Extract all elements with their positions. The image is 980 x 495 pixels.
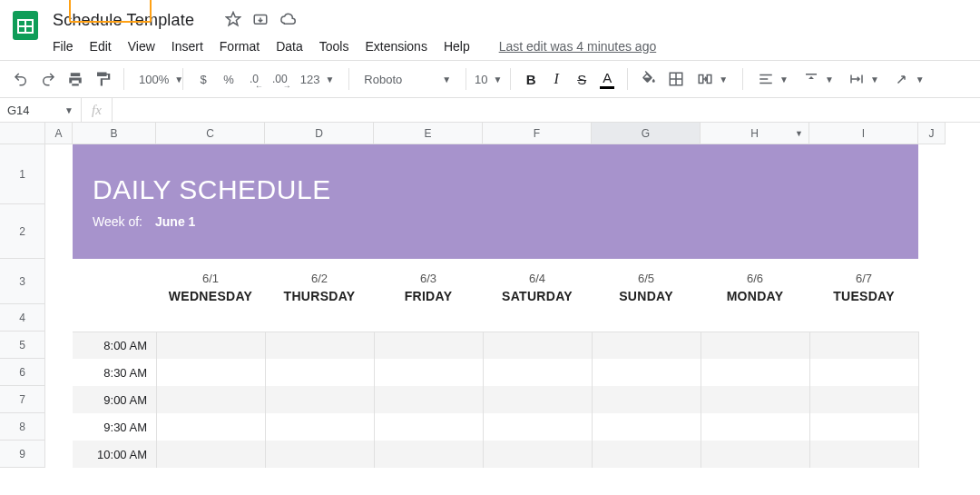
vertical-align-dropdown[interactable]: ▼ [798,67,839,91]
print-button[interactable] [64,67,87,91]
strikethrough-button[interactable]: S [571,67,593,91]
banner-title: DAILY SCHEDULE [93,174,898,205]
formula-input[interactable] [113,98,980,122]
currency-button[interactable]: $ [192,67,214,91]
borders-button[interactable] [664,67,688,91]
day-header: 6/4SATURDAY [483,272,592,303]
cloud-icon[interactable] [279,11,296,30]
row-header-6[interactable]: 6 [0,359,45,386]
time-label: 10:00 AM [73,441,156,468]
column-header-E[interactable]: E [374,123,483,144]
row-header-5[interactable]: 5 [0,332,45,359]
increase-decimal-button[interactable]: .00→ [269,67,291,91]
day-header: 6/5SUNDAY [592,272,701,303]
doc-title[interactable]: Schedule Template [53,11,194,30]
day-name: THURSDAY [284,289,356,303]
day-header: 6/6MONDAY [701,272,809,303]
menu-insert[interactable]: Insert [172,39,203,54]
column-header-C[interactable]: C [156,123,265,144]
column-header-D[interactable]: D [265,123,374,144]
menu-help[interactable]: Help [444,39,470,54]
row-header-1[interactable]: 1 [0,144,45,204]
row-shade [73,332,918,359]
day-header: 6/2THURSDAY [265,272,374,303]
menu-file[interactable]: File [53,39,74,54]
svg-rect-9 [699,75,703,84]
number-format-dropdown[interactable]: 123▼ [295,67,340,91]
day-header: 6/1WEDNESDAY [156,272,265,303]
app-header: Schedule Template File Edit View Insert … [0,0,980,58]
row-header-3[interactable]: 3 [0,259,45,304]
day-date: 6/4 [529,272,545,285]
row-header-2[interactable]: 2 [0,204,45,259]
redo-button[interactable] [36,67,60,91]
day-name: WEDNESDAY [169,289,252,303]
select-all-corner[interactable] [0,123,45,144]
text-color-button[interactable]: A [596,67,618,91]
row-header-4[interactable]: 4 [0,304,45,332]
day-name: TUESDAY [833,289,895,303]
fx-label: fx [82,98,113,122]
menu-data[interactable]: Data [276,39,303,54]
time-label: 8:30 AM [73,359,156,386]
banner-weekof: Week of:June 1 [93,214,898,229]
bold-button[interactable]: B [520,67,542,91]
menu-tools[interactable]: Tools [319,39,349,54]
merge-cells-dropdown[interactable]: ▼ [691,67,733,91]
time-label: 8:00 AM [73,332,156,359]
day-date: 6/1 [202,272,219,285]
row-header-8[interactable]: 8 [0,413,45,441]
time-label: 9:30 AM [73,413,156,441]
row-shade [73,441,918,468]
day-date: 6/2 [311,272,328,285]
font-dropdown[interactable]: Roboto▼ [358,67,456,91]
decrease-decimal-button[interactable]: .0← [243,67,265,91]
move-icon[interactable] [252,11,269,30]
toolbar: 100%▼ $ % .0← .00→ 123▼ Roboto▼ 10▼ B I … [0,61,980,97]
day-date: 6/6 [747,272,763,285]
column-header-I[interactable]: I [809,123,918,144]
svg-marker-4 [227,12,240,25]
day-date: 6/5 [638,272,654,285]
text-rotation-dropdown[interactable]: ▼ [888,67,930,91]
sheets-logo [7,7,44,44]
column-header-H[interactable]: H▼ [701,123,809,144]
day-name: SUNDAY [619,289,673,303]
column-header-G[interactable]: G [592,123,701,144]
star-icon[interactable] [225,11,241,30]
column-dropdown-icon[interactable]: ▼ [795,129,803,138]
text-wrap-dropdown[interactable]: ▼ [843,67,885,91]
menu-view[interactable]: View [128,39,155,54]
column-header-F[interactable]: F [483,123,592,144]
menu-bar: File Edit View Insert Format Data Tools … [53,35,656,58]
row-header-7[interactable]: 7 [0,386,45,413]
svg-rect-13 [760,83,772,84]
percent-button[interactable]: % [218,67,240,91]
column-header-J[interactable]: J [918,123,946,144]
last-edit-link[interactable]: Last edit was 4 minutes ago [499,39,657,54]
day-name: FRIDAY [405,289,453,303]
fill-color-button[interactable] [637,67,661,91]
day-header: 6/7TUESDAY [809,272,918,303]
column-header-A[interactable]: A [45,123,73,144]
svg-rect-14 [806,74,817,75]
italic-button[interactable]: I [545,67,567,91]
formula-bar: G14▼ fx [0,97,980,123]
name-box[interactable]: G14▼ [0,98,82,122]
banner: DAILY SCHEDULEWeek of:June 1 [73,144,918,259]
day-name: MONDAY [727,289,784,303]
horizontal-align-dropdown[interactable]: ▼ [752,67,794,91]
menu-edit[interactable]: Edit [90,39,112,54]
day-date: 6/3 [420,272,436,285]
zoom-dropdown[interactable]: 100%▼ [133,67,173,91]
column-header-B[interactable]: B [73,123,156,144]
paint-format-button[interactable] [91,67,114,91]
day-name: SATURDAY [502,289,573,303]
font-size-dropdown[interactable]: 10▼ [475,67,501,91]
row-header-9[interactable]: 9 [0,441,45,468]
menu-format[interactable]: Format [220,39,260,54]
time-label: 9:00 AM [73,386,156,413]
menu-extensions[interactable]: Extensions [365,39,426,54]
undo-button[interactable] [9,67,33,91]
day-date: 6/7 [856,272,872,285]
